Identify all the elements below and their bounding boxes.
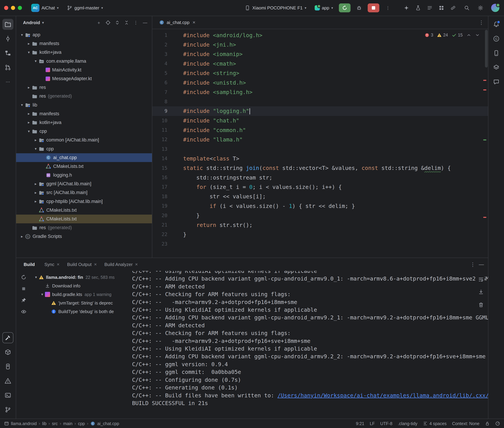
tree-item[interactable]: ▾app [16,31,152,39]
chevron-down-icon[interactable]: ▾ [26,50,32,55]
run-button[interactable] [339,3,350,12]
settings-button[interactable] [475,3,486,12]
tree-item[interactable]: ▸res [16,83,152,92]
pin-button[interactable] [21,297,26,304]
code-editor[interactable]: 3 24 15 1#include <android/log.h>2#inclu… [152,29,488,258]
project-view-selector[interactable]: Android ▾ [21,19,46,26]
dependencies-icon[interactable] [2,347,13,358]
build-tab-build-analyzer[interactable]: Build Analyzer× [101,260,141,269]
logcat-icon[interactable] [2,361,13,372]
minimize-window-button[interactable] [11,6,15,10]
breadcrumb-segment[interactable]: src [52,421,58,426]
memory-indicator[interactable] [495,421,500,426]
gradle-icon[interactable]: G [491,33,502,44]
code-line[interactable]: 19 if (i < values.size() - 1) { str << d… [152,201,488,211]
project-widget[interactable]: AC AiChat ▾ [29,2,61,13]
problems-icon[interactable] [2,375,13,386]
tree-item[interactable]: ▸common [AiChat.lib.main] [16,136,152,144]
code-line[interactable]: 6#include <unistd.h> [152,78,488,87]
line-ending-indicator[interactable]: LF [370,421,375,426]
stop-button[interactable] [368,3,379,12]
code-line[interactable]: 16 std::ostringstream str; [152,173,488,182]
ai-assistant-button[interactable] [401,3,411,12]
code-line[interactable]: 17 for (size_t i = 0; i < values.size();… [152,182,488,192]
device-selector[interactable]: Xiaomi POCOPHONE F1 ▾ [242,4,309,12]
clang-tidy-indicator[interactable]: .clang-tidy [398,421,417,426]
breadcrumb-segment[interactable]: ai_chat.cpp [97,421,119,426]
build-tree-item[interactable]: ▾llama.android: fin22 sec, 583 ms [31,273,129,281]
chevron-down-icon[interactable]: ▾ [33,59,39,63]
close-window-button[interactable] [4,6,8,10]
close-tab-icon[interactable]: × [193,20,195,25]
notifications-icon[interactable] [491,19,502,30]
chevron-right-icon[interactable]: ▸ [33,199,39,204]
run-options-button[interactable]: ⋮ [383,3,393,12]
device-manager-icon[interactable] [491,48,502,58]
build-tab-build-output[interactable]: Build Output× [64,260,100,269]
expand-all-button[interactable] [113,18,121,27]
structure-icon[interactable] [2,48,13,58]
prev-problem-button[interactable] [466,33,471,38]
tree-item[interactable]: ▸ggml [AiChat.lib.main] [16,180,152,188]
chevron-right-icon[interactable]: ▸ [19,234,25,239]
user-avatar[interactable] [491,4,499,12]
tree-item[interactable]: ▸manifests [16,39,152,48]
running-devices-icon[interactable] [491,62,502,73]
scroll-to-end-button[interactable] [478,289,484,297]
code-line[interactable]: 9#include "logging.h" [152,106,488,116]
close-tab-icon[interactable]: × [94,262,97,267]
code-line[interactable]: 4#include <cmath> [152,59,488,68]
error-stripe-mark[interactable] [483,217,486,218]
chevron-right-icon[interactable]: ▸ [26,41,32,46]
rerun-build-button[interactable] [21,274,26,281]
chevron-right-icon[interactable]: ▸ [33,182,39,186]
lock-indicator[interactable] [485,421,490,426]
search-everywhere-button[interactable] [462,3,472,12]
code-line[interactable]: 8 [152,97,488,106]
tree-item[interactable]: ▸manifests [16,109,152,118]
tree-item[interactable]: ▸kotlin+java [16,118,152,127]
locate-file-button[interactable] [104,18,112,27]
build-icon[interactable] [2,332,13,343]
console-link[interactable]: /Users/hanyin/Workspace/ai-chat/examples… [277,392,488,399]
code-line[interactable]: 5#include <string> [152,68,488,78]
chevron-right-icon[interactable]: ▸ [33,190,39,195]
build-tab-sync[interactable]: Sync× [41,260,63,269]
passed-badge[interactable]: 15 [452,33,463,38]
chevron-right-icon[interactable]: ▸ [26,112,32,116]
tree-item[interactable]: ▸cpp-httplib [AiChat.lib.main] [16,197,152,206]
editor-options-button[interactable]: ⋮ [479,19,488,25]
code-line[interactable]: 21 return str.str(); [152,220,488,230]
error-stripe-mark[interactable] [483,80,486,81]
more-icon[interactable]: ⋯ [2,76,13,87]
tree-item[interactable]: Cai_chat.cpp [16,153,152,162]
tree-item[interactable]: ▾cpp [16,127,152,136]
code-line[interactable]: 7#include <sampling.h> [152,87,488,97]
code-line[interactable]: 14template<class T> [152,154,488,163]
next-problem-button[interactable] [475,33,480,38]
tree-item[interactable]: CMakeLists.txt [16,206,152,214]
tree-item[interactable]: ▾kotlin+java [16,48,152,57]
inspect-button[interactable] [21,309,26,316]
tree-item[interactable]: ▾com.example.llama [16,57,152,66]
close-tab-icon[interactable]: × [57,262,60,267]
stop-build-button[interactable] [21,286,26,293]
vcs-branch-widget[interactable]: ggml-master ▾ [64,4,105,12]
errors-badge[interactable]: 3 [425,33,433,38]
profiler-button[interactable] [413,3,423,12]
breadcrumb-segment[interactable]: cpp [78,421,85,426]
warnings-badge[interactable]: 24 [437,33,448,38]
editor-tab[interactable]: C ai_chat.cpp × [155,16,199,29]
terminal-icon[interactable] [2,390,13,401]
chevron-down-icon[interactable]: ▾ [26,129,32,134]
hide-panel-button[interactable]: — [141,18,149,27]
code-line[interactable]: 22} [152,230,488,239]
zoom-window-button[interactable] [18,6,22,10]
chevron-down-icon[interactable]: ▾ [33,147,39,151]
new-file-button[interactable]: ＋ [95,18,103,27]
code-line[interactable]: 20 } [152,211,488,220]
tree-item[interactable]: res(generated) [16,223,152,232]
panel-options-button[interactable]: ⋮ [132,18,140,27]
code-line[interactable]: 15static std::string join(const std::vec… [152,163,488,173]
tree-item[interactable]: ▸src [AiChat.lib.main] [16,188,152,197]
